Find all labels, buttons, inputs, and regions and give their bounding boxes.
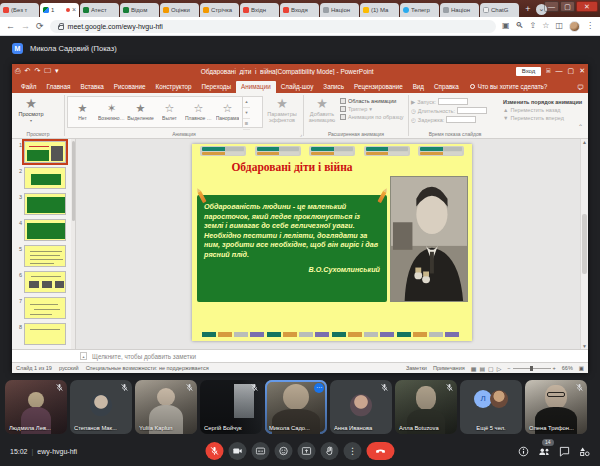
browser-tab[interactable]: Оцінки: [160, 3, 199, 17]
ppt-restore-button[interactable]: ▢: [568, 65, 575, 77]
reading-view-icon[interactable]: ▢: [488, 365, 494, 372]
scroll-down-icon[interactable]: ▼: [243, 108, 250, 119]
zoom-level[interactable]: 66%: [562, 365, 573, 371]
slide-8-thumbnail[interactable]: [24, 323, 66, 345]
slide-1-thumbnail[interactable]: [24, 141, 66, 163]
back-icon[interactable]: ←: [6, 22, 15, 31]
scroll-up-icon[interactable]: ▲: [581, 139, 588, 145]
slide-thumbnail-item[interactable]: 1: [12, 139, 75, 165]
participant-tile[interactable]: Людмила Лев...: [5, 380, 67, 434]
browser-tab[interactable]: ChatG: [480, 3, 519, 17]
tab-file[interactable]: Файл: [16, 81, 41, 93]
tile-menu-icon[interactable]: ⋯: [314, 383, 324, 393]
dialog-launcher-icon[interactable]: ⌟: [300, 131, 302, 137]
slide-scrollbar[interactable]: ▲ ▼: [580, 139, 588, 349]
sukhomlynsky-portrait-photo[interactable]: [390, 176, 468, 302]
tell-me-box[interactable]: Что вы хотите сделать?: [464, 81, 554, 93]
effect-options-button[interactable]: ★ Параметры эффектов: [263, 95, 301, 128]
minimize-window-button[interactable]: —: [544, 1, 559, 12]
zoom-slider[interactable]: [513, 368, 551, 369]
slide-2-thumbnail[interactable]: [24, 167, 66, 189]
slide-thumbnail-item[interactable]: 3: [12, 191, 75, 217]
scrollbar-thumb[interactable]: [582, 214, 587, 274]
bookmark-star-icon[interactable]: ☆: [542, 21, 549, 31]
participant-tile[interactable]: Сергій Бойчук: [200, 380, 262, 434]
side-panel-icon[interactable]: ◫: [555, 21, 563, 31]
captions-button[interactable]: [252, 442, 270, 460]
slide-thumbnail-item[interactable]: 5: [12, 243, 75, 269]
zoom-out-icon[interactable]: −: [507, 365, 510, 371]
slide-sorter-icon[interactable]: ▤: [479, 365, 485, 372]
scroll-up-icon[interactable]: ▲: [243, 97, 250, 108]
tab-record[interactable]: Запись: [318, 81, 349, 93]
more-options-button[interactable]: ⋮: [344, 442, 362, 460]
scroll-down-icon[interactable]: ▼: [581, 343, 588, 349]
slide-thumbnail-item[interactable]: 7: [12, 295, 75, 321]
animation-none[interactable]: ★Нет: [68, 97, 97, 127]
normal-view-icon[interactable]: ▦: [471, 365, 477, 372]
move-earlier-button[interactable]: ▲Переместить назад: [503, 107, 586, 113]
activities-icon[interactable]: [579, 446, 590, 457]
animation-fly-out[interactable]: ☆Вылет: [155, 97, 184, 127]
tab-draw[interactable]: Рисование: [109, 81, 151, 93]
browser-tab[interactable]: (Без т: [0, 3, 39, 17]
share-icon[interactable]: ⇪: [530, 21, 537, 31]
tab-help[interactable]: Справка: [429, 81, 464, 93]
close-tab-icon[interactable]: ×: [72, 7, 76, 13]
browser-tab[interactable]: Атест: [80, 3, 119, 17]
new-tab-button[interactable]: +: [522, 4, 534, 16]
animation-pane-button[interactable]: Область анимации: [340, 98, 404, 104]
notes-toggle[interactable]: Заметки: [406, 365, 427, 371]
slide-canvas[interactable]: Обдаровані діти і війна Обдарованість лю…: [192, 144, 472, 341]
slideshow-view-icon[interactable]: ▷: [497, 365, 502, 372]
browser-tab[interactable]: Входя: [280, 3, 319, 17]
forward-icon[interactable]: →: [21, 22, 30, 31]
fit-to-window-icon[interactable]: ▣: [579, 365, 584, 371]
sign-in-button[interactable]: Вход: [516, 67, 542, 76]
maximize-window-button[interactable]: ▢: [560, 1, 575, 12]
browser-tab[interactable]: Націон: [320, 3, 359, 17]
add-animation-button[interactable]: ★ Добавить анимацию: [306, 95, 338, 123]
meeting-details-icon[interactable]: [518, 446, 529, 457]
tab-review[interactable]: Рецензирование: [349, 81, 408, 93]
start-select[interactable]: [438, 98, 468, 105]
slide-thumbnail-item[interactable]: 6: [12, 269, 75, 295]
ribbon-options-icon[interactable]: ⌸: [546, 65, 550, 77]
comments-icon[interactable]: 🗩: [577, 84, 584, 93]
browser-tab[interactable]: Відом: [120, 3, 159, 17]
animation-appear[interactable]: ✶Возникнове...: [97, 97, 126, 127]
mic-toggle-button[interactable]: [206, 442, 224, 460]
slideshow-icon[interactable]: 🖵: [44, 65, 51, 77]
zoom-icon[interactable]: 🔍︎: [516, 21, 524, 31]
slide-title[interactable]: Обдаровані діти і війна: [202, 161, 382, 173]
animation-painter-button[interactable]: Анимация по образцу: [340, 114, 404, 120]
tab-slideshow[interactable]: Слайд-шоу: [276, 81, 319, 93]
browser-tab[interactable]: Стрічка: [200, 3, 239, 17]
undo-icon[interactable]: ↶: [25, 65, 31, 77]
url-field[interactable]: meet.google.com/ewy-hvgu-hfi: [50, 20, 496, 33]
ppt-minimize-button[interactable]: —: [556, 65, 563, 77]
slide-6-thumbnail[interactable]: [24, 271, 66, 293]
browser-menu-icon[interactable]: ⋮: [586, 21, 594, 31]
reload-icon[interactable]: ⟳: [36, 22, 44, 31]
slide-3-thumbnail[interactable]: [24, 193, 66, 215]
language-indicator[interactable]: русский: [59, 365, 79, 371]
quote-text-box[interactable]: Обдарованість людини - це маленький паро…: [197, 195, 387, 302]
tab-insert[interactable]: Вставка: [75, 81, 108, 93]
tab-design[interactable]: Конструктор: [151, 81, 197, 93]
chat-icon[interactable]: [559, 446, 570, 457]
tab-transitions[interactable]: Переходы: [196, 81, 236, 93]
trigger-button[interactable]: Триггер▾: [340, 106, 404, 112]
browser-tab[interactable]: (1) Ма: [360, 3, 399, 17]
cast-icon[interactable]: ▣: [502, 21, 510, 31]
preview-button[interactable]: ★ Просмотр ▾: [14, 95, 48, 123]
tab-animations[interactable]: Анимации: [236, 81, 276, 93]
move-later-button[interactable]: ▼Переместить вперед: [503, 115, 586, 121]
thumbnail-scrollbar[interactable]: [71, 139, 75, 349]
close-window-button[interactable]: ✕: [576, 1, 598, 12]
present-screen-button[interactable]: [298, 442, 316, 460]
save-icon[interactable]: ⎙: [15, 65, 21, 77]
animation-fade[interactable]: ☆Плавное п...: [184, 97, 213, 127]
slide-4-thumbnail[interactable]: [24, 219, 66, 241]
gallery-expand-icon[interactable]: ☰: [243, 119, 250, 130]
